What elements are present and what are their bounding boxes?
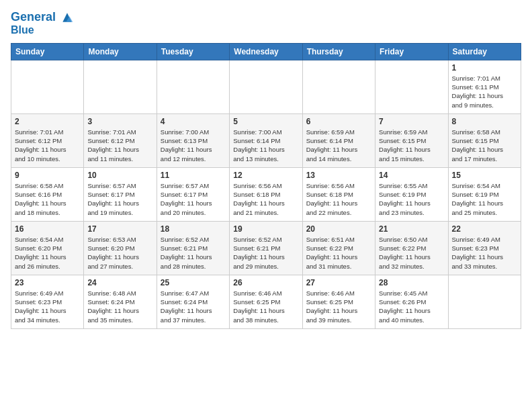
week-row-5: 23Sunrise: 6:49 AM Sunset: 6:23 PM Dayli… [11,275,521,328]
calendar-cell: 9Sunrise: 6:58 AM Sunset: 6:16 PM Daylig… [11,167,84,221]
day-info: Sunrise: 7:01 AM Sunset: 6:12 PM Dayligh… [15,128,80,163]
day-number: 18 [161,224,226,234]
day-number: 1 [452,63,517,73]
day-number: 7 [379,117,444,126]
calendar-cell: 16Sunrise: 6:54 AM Sunset: 6:20 PM Dayli… [11,221,84,275]
day-info: Sunrise: 6:51 AM Sunset: 6:22 PM Dayligh… [306,235,371,271]
day-info: Sunrise: 6:58 AM Sunset: 6:16 PM Dayligh… [15,181,80,217]
day-number: 25 [161,278,226,287]
day-info: Sunrise: 6:49 AM Sunset: 6:23 PM Dayligh… [15,289,80,324]
calendar-cell: 23Sunrise: 6:49 AM Sunset: 6:23 PM Dayli… [11,275,84,328]
calendar-cell: 8Sunrise: 6:58 AM Sunset: 6:15 PM Daylig… [448,113,521,167]
logo-text: General [11,11,74,24]
day-number: 17 [87,224,152,234]
calendar-cell: 24Sunrise: 6:48 AM Sunset: 6:24 PM Dayli… [84,275,157,328]
day-info: Sunrise: 6:48 AM Sunset: 6:24 PM Dayligh… [87,289,152,324]
weekday-header-wednesday: Wednesday [230,43,302,60]
day-number: 15 [452,171,517,180]
calendar-cell [84,60,157,113]
day-info: Sunrise: 6:59 AM Sunset: 6:15 PM Dayligh… [379,128,444,163]
day-number: 22 [452,224,517,234]
calendar-cell: 20Sunrise: 6:51 AM Sunset: 6:22 PM Dayli… [302,221,375,275]
calendar-cell: 4Sunrise: 7:00 AM Sunset: 6:13 PM Daylig… [157,113,229,167]
day-info: Sunrise: 6:58 AM Sunset: 6:15 PM Dayligh… [452,128,517,163]
week-row-2: 2Sunrise: 7:01 AM Sunset: 6:12 PM Daylig… [11,113,521,167]
day-number: 11 [161,171,226,180]
calendar-cell: 13Sunrise: 6:56 AM Sunset: 6:18 PM Dayli… [302,167,375,221]
calendar-cell: 12Sunrise: 6:56 AM Sunset: 6:18 PM Dayli… [230,167,302,221]
weekday-header-saturday: Saturday [448,43,521,60]
day-info: Sunrise: 6:46 AM Sunset: 6:25 PM Dayligh… [306,289,371,324]
calendar-cell: 11Sunrise: 6:57 AM Sunset: 6:17 PM Dayli… [157,167,229,221]
calendar-cell [448,275,521,328]
calendar-header-row: SundayMondayTuesdayWednesdayThursdayFrid… [11,43,521,60]
day-number: 19 [233,224,298,234]
day-info: Sunrise: 6:50 AM Sunset: 6:22 PM Dayligh… [379,235,444,271]
page-header: General Blue [11,11,521,36]
day-info: Sunrise: 6:57 AM Sunset: 6:17 PM Dayligh… [87,181,152,217]
calendar-cell: 25Sunrise: 6:47 AM Sunset: 6:24 PM Dayli… [157,275,229,328]
weekday-header-friday: Friday [375,43,448,60]
day-info: Sunrise: 6:54 AM Sunset: 6:19 PM Dayligh… [452,181,517,217]
calendar-table: SundayMondayTuesdayWednesdayThursdayFrid… [11,43,521,329]
day-number: 12 [233,171,298,180]
day-number: 28 [379,278,444,287]
day-info: Sunrise: 6:59 AM Sunset: 6:14 PM Dayligh… [306,128,371,163]
day-number: 6 [306,117,371,126]
day-number: 5 [233,117,298,126]
day-info: Sunrise: 6:46 AM Sunset: 6:25 PM Dayligh… [233,289,298,324]
calendar-cell: 15Sunrise: 6:54 AM Sunset: 6:19 PM Dayli… [448,167,521,221]
calendar-cell: 22Sunrise: 6:49 AM Sunset: 6:23 PM Dayli… [448,221,521,275]
calendar-cell: 6Sunrise: 6:59 AM Sunset: 6:14 PM Daylig… [302,113,375,167]
day-info: Sunrise: 6:52 AM Sunset: 6:21 PM Dayligh… [161,235,226,271]
calendar-cell: 14Sunrise: 6:55 AM Sunset: 6:19 PM Dayli… [375,167,448,221]
calendar-cell: 1Sunrise: 7:01 AM Sunset: 6:11 PM Daylig… [448,60,521,113]
calendar-cell: 3Sunrise: 7:01 AM Sunset: 6:12 PM Daylig… [84,113,157,167]
day-info: Sunrise: 7:01 AM Sunset: 6:12 PM Dayligh… [87,128,152,163]
calendar-cell [375,60,448,113]
day-number: 10 [87,171,152,180]
calendar-cell: 17Sunrise: 6:53 AM Sunset: 6:20 PM Dayli… [84,221,157,275]
week-row-3: 9Sunrise: 6:58 AM Sunset: 6:16 PM Daylig… [11,167,521,221]
day-number: 3 [87,117,152,126]
calendar-cell: 21Sunrise: 6:50 AM Sunset: 6:22 PM Dayli… [375,221,448,275]
day-info: Sunrise: 6:56 AM Sunset: 6:18 PM Dayligh… [306,181,371,217]
logo-subtext: Blue [11,24,74,36]
week-row-4: 16Sunrise: 6:54 AM Sunset: 6:20 PM Dayli… [11,221,521,275]
day-number: 26 [233,278,298,287]
weekday-header-sunday: Sunday [11,43,84,60]
week-row-1: 1Sunrise: 7:01 AM Sunset: 6:11 PM Daylig… [11,60,521,113]
day-info: Sunrise: 7:01 AM Sunset: 6:11 PM Dayligh… [452,74,517,109]
calendar-cell: 5Sunrise: 7:00 AM Sunset: 6:14 PM Daylig… [230,113,302,167]
day-number: 23 [15,278,80,287]
day-number: 9 [15,171,80,180]
day-number: 24 [87,278,152,287]
calendar-cell [157,60,229,113]
day-number: 21 [379,224,444,234]
day-info: Sunrise: 6:53 AM Sunset: 6:20 PM Dayligh… [87,235,152,271]
weekday-header-tuesday: Tuesday [157,43,229,60]
day-number: 16 [15,224,80,234]
weekday-header-monday: Monday [84,43,157,60]
day-info: Sunrise: 6:56 AM Sunset: 6:18 PM Dayligh… [233,181,298,217]
calendar-cell [230,60,302,113]
calendar-cell: 27Sunrise: 6:46 AM Sunset: 6:25 PM Dayli… [302,275,375,328]
day-info: Sunrise: 6:55 AM Sunset: 6:19 PM Dayligh… [379,181,444,217]
calendar-cell: 26Sunrise: 6:46 AM Sunset: 6:25 PM Dayli… [230,275,302,328]
calendar-cell: 10Sunrise: 6:57 AM Sunset: 6:17 PM Dayli… [84,167,157,221]
day-number: 2 [15,117,80,126]
day-info: Sunrise: 6:45 AM Sunset: 6:26 PM Dayligh… [379,289,444,324]
calendar-cell: 2Sunrise: 7:01 AM Sunset: 6:12 PM Daylig… [11,113,84,167]
day-number: 14 [379,171,444,180]
logo: General Blue [11,11,74,36]
calendar-cell [11,60,84,113]
day-number: 13 [306,171,371,180]
day-number: 8 [452,117,517,126]
day-info: Sunrise: 7:00 AM Sunset: 6:13 PM Dayligh… [161,128,226,163]
day-info: Sunrise: 7:00 AM Sunset: 6:14 PM Dayligh… [233,128,298,163]
calendar-cell [302,60,375,113]
calendar-cell: 18Sunrise: 6:52 AM Sunset: 6:21 PM Dayli… [157,221,229,275]
day-number: 4 [161,117,226,126]
calendar-cell: 28Sunrise: 6:45 AM Sunset: 6:26 PM Dayli… [375,275,448,328]
day-info: Sunrise: 6:54 AM Sunset: 6:20 PM Dayligh… [15,235,80,271]
